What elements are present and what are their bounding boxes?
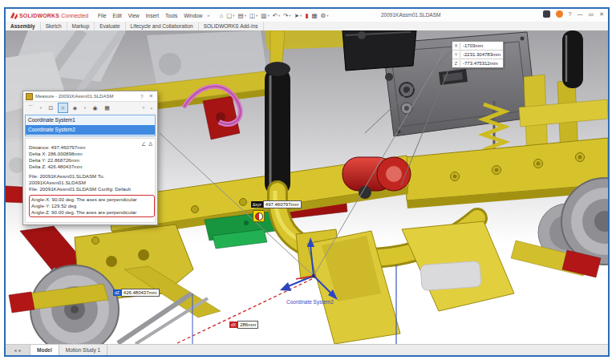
redo-icon[interactable]: ↷▾ [283, 12, 291, 19]
delta-z-label: dZ 426.480437mm [113, 289, 160, 297]
delta-readout-icon[interactable]: Δ [148, 141, 152, 148]
tab-scroll-left-icon[interactable]: ◂ [14, 347, 16, 353]
result-distance: Distance: 497.460797mm [29, 144, 152, 151]
distance-measurement-label: Δxyz 497.460797mm [251, 200, 302, 208]
tab-scroll-right-icon[interactable]: ▸ [19, 347, 22, 353]
point-to-point-icon[interactable]: ◈ [70, 103, 80, 113]
user-avatar-icon[interactable] [556, 10, 563, 18]
menu-edit[interactable]: Edit [113, 13, 122, 18]
save-icon[interactable]: ◫▾ [249, 12, 257, 19]
units-precision-icon[interactable]: ⊡ [46, 103, 56, 113]
quick-toolbar: ⌂ ▢▾ ▤▾ ◫▾ ▥▾ ↶▾ ↷▾ ➤▾ ▮ ▦ ⚙▾ [220, 12, 329, 19]
result-file-config: File: 20091KAssm01.SLDASM Config: Defaul… [29, 186, 152, 192]
app-brand: SOLIDWORKS Connected [10, 12, 88, 19]
result-view-icons: ∠ Δ [141, 141, 152, 148]
coordinate-callout: X -1703mm Y -2231.304783mm Z -773.475312… [452, 41, 504, 68]
angle-readout-icon[interactable]: ∠ [141, 141, 146, 148]
selection-filter-icon[interactable]: ◉ [90, 103, 100, 113]
tab-solidworks-addins[interactable]: SOLIDWORKS Add-Ins [199, 22, 264, 30]
arc-measure-icon[interactable]: ⌒ [26, 103, 36, 113]
title-bar: SOLIDWORKS Connected File Edit View Inse… [6, 9, 608, 22]
result-angle-z: Angle-Z: 90.00 deg. The axes are perpend… [31, 209, 152, 216]
menu-bar: File Edit View Insert Tools Window [98, 13, 202, 18]
menu-tools[interactable]: Tools [165, 13, 177, 18]
selection-item-coordinate-system1[interactable]: Coordinate System1 [26, 115, 155, 125]
result-delta-y: Delta Y: 22.868726mm [29, 157, 152, 164]
menu-window[interactable]: Window [184, 13, 202, 18]
new-document-icon[interactable]: ▢▾ [226, 12, 234, 19]
show-xyz-icon[interactable]: ⌗ [58, 103, 68, 113]
restore-button[interactable]: ▭ [589, 11, 594, 18]
tab-assembly[interactable]: Assembly [6, 22, 41, 30]
callout-row-x: X -1703mm [452, 42, 503, 51]
undo-icon[interactable]: ↶▾ [273, 12, 281, 19]
help-icon[interactable]: ? [569, 11, 572, 17]
solidworks-logo-icon [10, 12, 18, 19]
document-title: 20091KAssm01.SLDASM [381, 12, 440, 18]
tab-model[interactable]: Model [30, 345, 59, 355]
coordinate-origin-icon[interactable] [253, 210, 265, 222]
home-icon[interactable]: ⌂ [220, 12, 224, 19]
result-angle-y: Angle-Y: 129.52 deg [31, 203, 152, 209]
selection-item-coordinate-system2[interactable]: Coordinate System2 [26, 125, 155, 135]
delta-xyz-badge: Δxyz [251, 201, 263, 208]
settings-gear-icon[interactable]: ⚙▾ [321, 12, 329, 19]
3dexperience-icon[interactable] [543, 10, 550, 18]
brand-suffix: Connected [61, 13, 88, 18]
lifecycle-status-icon[interactable]: ▮ [305, 12, 308, 19]
measure-dialog-title: Measure - 20091KAssm01.SLDASM [35, 94, 136, 99]
measure-dialog: Measure - 20091KAssm01.SLDASM ? ✕ ⌒ ▾ ⊡ … [22, 91, 158, 225]
result-delta-x: Delta X: 286.000898mm [29, 151, 152, 157]
tab-sketch[interactable]: Sketch [41, 22, 67, 30]
menu-insert[interactable]: Insert [146, 13, 159, 18]
minimize-button[interactable]: — [578, 11, 583, 17]
tab-scroll-controls[interactable]: ◂ ▸ [6, 345, 30, 355]
select-icon[interactable]: ➤▾ [294, 12, 302, 19]
menu-file[interactable]: File [98, 13, 106, 18]
measure-selection-list: Coordinate System1 Coordinate System2 [25, 115, 156, 136]
result-file-to: File: 20091KAssm01.SLDASM To: 20091KAssm… [29, 173, 152, 186]
pin-menu-icon[interactable]: » [207, 13, 209, 18]
point-to-point-caret-icon[interactable]: ▾ [82, 103, 88, 113]
collapse-dialog-icon[interactable]: ▴ [148, 103, 155, 113]
menu-view[interactable]: View [128, 13, 140, 18]
brand-name: SOLIDWORKS [19, 13, 59, 18]
solidworks-window: SOLIDWORKS Connected File Edit View Inse… [4, 7, 610, 357]
dialog-close-button[interactable]: ✕ [148, 93, 155, 99]
task-pane-icon[interactable]: ▦ [311, 12, 317, 19]
measure-dialog-titlebar[interactable]: Measure - 20091KAssm01.SLDASM ? ✕ [23, 91, 157, 102]
arc-measure-caret-icon[interactable]: ▾ [38, 103, 44, 113]
measure-results-panel: ∠ Δ Distance: 497.460797mm Delta X: 286.… [25, 138, 156, 223]
more-options-icon[interactable]: ≡ [140, 103, 147, 113]
result-angle-x: Angle-X: 90.00 deg. The axes are perpend… [31, 196, 152, 203]
callout-row-z: Z -773.475312mm [452, 59, 503, 67]
dialog-help-button[interactable]: ? [139, 94, 145, 99]
tab-motion-study-1[interactable]: Motion Study 1 [59, 345, 107, 355]
measurement-history-icon[interactable]: ▦ [102, 103, 112, 113]
tab-evaluate[interactable]: Evaluate [95, 22, 125, 30]
result-delta-z: Delta Z: 426.480437mm [29, 164, 152, 170]
print-icon[interactable]: ▥▾ [261, 12, 269, 19]
open-icon[interactable]: ▤▾ [238, 12, 246, 19]
window-controls: ? — ▭ ✕ [543, 10, 604, 18]
callout-row-y: Y -2231.304783mm [452, 51, 503, 59]
coordinate-system2-label: Coordinate System2 [286, 299, 334, 305]
tab-lifecycle-collaboration[interactable]: Lifecycle and Collaboration [126, 22, 199, 30]
close-button[interactable]: ✕ [599, 11, 604, 18]
angle-results-highlight: Angle-X: 90.00 deg. The axes are perpend… [29, 195, 155, 217]
tab-markup[interactable]: Markup [67, 22, 95, 30]
model-tabs-bar: ◂ ▸ Model Motion Study 1 [6, 344, 608, 355]
delta-x-label: dX 286mm [229, 321, 258, 329]
measure-dialog-toolbar: ⌒ ▾ ⊡ ⌗ ◈ ▾ ◉ ▦ ≡ ▴ [23, 102, 157, 114]
graphics-viewport[interactable]: X -1703mm Y -2231.304783mm Z -773.475312… [6, 30, 608, 344]
measure-tool-icon [26, 93, 33, 100]
